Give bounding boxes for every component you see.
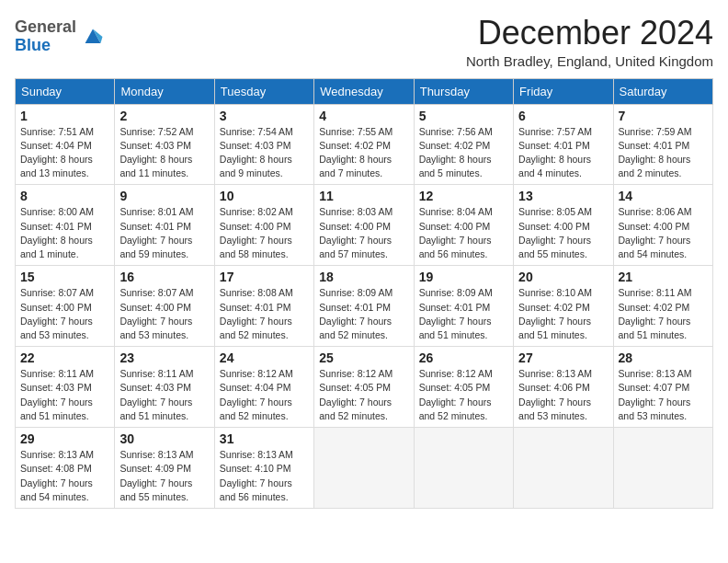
- day-info: Sunrise: 8:10 AMSunset: 4:02 PMDaylight:…: [518, 286, 608, 342]
- header: General Blue December 2024 North Bradley…: [15, 15, 713, 69]
- day-number: 2: [119, 109, 209, 123]
- day-number: 10: [220, 189, 309, 203]
- day-info: Sunrise: 8:07 AMSunset: 4:00 PMDaylight:…: [20, 286, 109, 342]
- day-number: 8: [20, 189, 109, 203]
- calendar-cell: 13Sunrise: 8:05 AMSunset: 4:00 PMDayligh…: [514, 185, 613, 266]
- calendar-cell: 29Sunrise: 8:13 AMSunset: 4:08 PMDayligh…: [16, 428, 115, 509]
- day-number: 19: [419, 270, 508, 284]
- day-info: Sunrise: 8:13 AMSunset: 4:09 PMDaylight:…: [119, 448, 209, 504]
- calendar-cell: 11Sunrise: 8:03 AMSunset: 4:00 PMDayligh…: [314, 185, 414, 266]
- col-header-saturday: Saturday: [613, 78, 712, 104]
- calendar-cell: 23Sunrise: 8:11 AMSunset: 4:03 PMDayligh…: [115, 347, 214, 428]
- week-row-4: 22Sunrise: 8:11 AMSunset: 4:03 PMDayligh…: [16, 347, 713, 428]
- calendar-cell: 12Sunrise: 8:04 AMSunset: 4:00 PMDayligh…: [414, 185, 513, 266]
- day-number: 11: [319, 189, 408, 203]
- day-info: Sunrise: 8:13 AMSunset: 4:10 PMDaylight:…: [220, 448, 309, 504]
- calendar-cell: 16Sunrise: 8:07 AMSunset: 4:00 PMDayligh…: [115, 266, 214, 347]
- day-number: 15: [20, 270, 109, 284]
- day-info: Sunrise: 7:51 AMSunset: 4:04 PMDaylight:…: [20, 125, 109, 181]
- day-number: 16: [119, 270, 209, 284]
- day-number: 1: [20, 109, 109, 123]
- day-info: Sunrise: 8:13 AMSunset: 4:06 PMDaylight:…: [518, 367, 608, 423]
- day-info: Sunrise: 8:11 AMSunset: 4:03 PMDaylight:…: [119, 367, 209, 423]
- calendar-cell: 7Sunrise: 7:59 AMSunset: 4:01 PMDaylight…: [613, 104, 712, 185]
- calendar-cell: 10Sunrise: 8:02 AMSunset: 4:00 PMDayligh…: [214, 185, 313, 266]
- calendar-cell: 22Sunrise: 8:11 AMSunset: 4:03 PMDayligh…: [16, 347, 115, 428]
- calendar-cell: 4Sunrise: 7:55 AMSunset: 4:02 PMDaylight…: [314, 104, 414, 185]
- day-info: Sunrise: 8:06 AMSunset: 4:00 PMDaylight:…: [619, 205, 708, 261]
- day-number: 23: [119, 350, 209, 365]
- calendar-cell: 2Sunrise: 7:52 AMSunset: 4:03 PMDaylight…: [115, 104, 214, 185]
- day-info: Sunrise: 7:56 AMSunset: 4:02 PMDaylight:…: [419, 125, 508, 181]
- title-area: December 2024 North Bradley, England, Un…: [466, 15, 713, 69]
- subtitle: North Bradley, England, United Kingdom: [466, 53, 713, 69]
- calendar: SundayMondayTuesdayWednesdayThursdayFrid…: [15, 78, 713, 509]
- day-info: Sunrise: 8:09 AMSunset: 4:01 PMDaylight:…: [319, 286, 408, 342]
- day-info: Sunrise: 8:13 AMSunset: 4:07 PMDaylight:…: [619, 367, 708, 423]
- day-number: 29: [20, 431, 109, 446]
- day-number: 6: [518, 109, 608, 123]
- day-number: 18: [319, 270, 408, 284]
- calendar-cell: 1Sunrise: 7:51 AMSunset: 4:04 PMDaylight…: [16, 104, 115, 185]
- calendar-cell: 25Sunrise: 8:12 AMSunset: 4:05 PMDayligh…: [314, 347, 414, 428]
- day-number: 4: [319, 109, 408, 123]
- col-header-sunday: Sunday: [16, 78, 115, 104]
- calendar-cell: 17Sunrise: 8:08 AMSunset: 4:01 PMDayligh…: [214, 266, 313, 347]
- day-info: Sunrise: 8:05 AMSunset: 4:00 PMDaylight:…: [518, 205, 608, 261]
- day-number: 22: [20, 350, 109, 365]
- day-number: 20: [518, 270, 608, 284]
- calendar-cell: 18Sunrise: 8:09 AMSunset: 4:01 PMDayligh…: [314, 266, 414, 347]
- calendar-cell: 5Sunrise: 7:56 AMSunset: 4:02 PMDaylight…: [414, 104, 513, 185]
- calendar-cell: 15Sunrise: 8:07 AMSunset: 4:00 PMDayligh…: [16, 266, 115, 347]
- day-number: 12: [419, 189, 508, 203]
- col-header-wednesday: Wednesday: [314, 78, 414, 104]
- calendar-cell: 3Sunrise: 7:54 AMSunset: 4:03 PMDaylight…: [214, 104, 313, 185]
- calendar-cell: 6Sunrise: 7:57 AMSunset: 4:01 PMDaylight…: [514, 104, 613, 185]
- week-row-1: 1Sunrise: 7:51 AMSunset: 4:04 PMDaylight…: [16, 104, 713, 185]
- day-info: Sunrise: 8:11 AMSunset: 4:03 PMDaylight:…: [20, 367, 109, 423]
- calendar-cell: 26Sunrise: 8:12 AMSunset: 4:05 PMDayligh…: [414, 347, 513, 428]
- logo-blue: Blue: [15, 36, 51, 54]
- calendar-cell: 14Sunrise: 8:06 AMSunset: 4:00 PMDayligh…: [613, 185, 712, 266]
- day-info: Sunrise: 8:09 AMSunset: 4:01 PMDaylight:…: [419, 286, 508, 342]
- logo-general: General: [15, 17, 76, 36]
- calendar-cell: 31Sunrise: 8:13 AMSunset: 4:10 PMDayligh…: [214, 428, 313, 509]
- col-header-tuesday: Tuesday: [214, 78, 313, 104]
- logo: General Blue: [15, 18, 106, 55]
- calendar-cell: [314, 428, 414, 509]
- month-title: December 2024: [466, 15, 713, 52]
- col-header-thursday: Thursday: [414, 78, 513, 104]
- day-number: 13: [518, 189, 608, 203]
- day-info: Sunrise: 8:03 AMSunset: 4:00 PMDaylight:…: [319, 205, 408, 261]
- day-number: 9: [119, 189, 209, 203]
- day-info: Sunrise: 7:52 AMSunset: 4:03 PMDaylight:…: [119, 125, 209, 181]
- day-number: 3: [220, 109, 309, 123]
- day-number: 14: [619, 189, 708, 203]
- col-header-monday: Monday: [115, 78, 214, 104]
- day-number: 21: [619, 270, 708, 284]
- calendar-cell: [414, 428, 513, 509]
- day-info: Sunrise: 8:01 AMSunset: 4:01 PMDaylight:…: [119, 205, 209, 261]
- week-row-5: 29Sunrise: 8:13 AMSunset: 4:08 PMDayligh…: [16, 428, 713, 509]
- week-row-2: 8Sunrise: 8:00 AMSunset: 4:01 PMDaylight…: [16, 185, 713, 266]
- day-info: Sunrise: 7:54 AMSunset: 4:03 PMDaylight:…: [220, 125, 309, 181]
- col-header-friday: Friday: [514, 78, 613, 104]
- day-number: 28: [619, 350, 708, 365]
- day-info: Sunrise: 8:11 AMSunset: 4:02 PMDaylight:…: [619, 286, 708, 342]
- calendar-cell: [613, 428, 712, 509]
- day-number: 27: [518, 350, 608, 365]
- day-number: 31: [220, 431, 309, 446]
- calendar-cell: 21Sunrise: 8:11 AMSunset: 4:02 PMDayligh…: [613, 266, 712, 347]
- day-number: 17: [220, 270, 309, 284]
- day-number: 30: [119, 431, 209, 446]
- day-info: Sunrise: 8:12 AMSunset: 4:05 PMDaylight:…: [319, 367, 408, 423]
- week-row-3: 15Sunrise: 8:07 AMSunset: 4:00 PMDayligh…: [16, 266, 713, 347]
- calendar-cell: [514, 428, 613, 509]
- day-info: Sunrise: 8:08 AMSunset: 4:01 PMDaylight:…: [220, 286, 309, 342]
- calendar-cell: 30Sunrise: 8:13 AMSunset: 4:09 PMDayligh…: [115, 428, 214, 509]
- day-number: 5: [419, 109, 508, 123]
- calendar-cell: 28Sunrise: 8:13 AMSunset: 4:07 PMDayligh…: [613, 347, 712, 428]
- logo-icon: [80, 24, 106, 50]
- calendar-cell: 24Sunrise: 8:12 AMSunset: 4:04 PMDayligh…: [214, 347, 313, 428]
- day-info: Sunrise: 8:12 AMSunset: 4:05 PMDaylight:…: [419, 367, 508, 423]
